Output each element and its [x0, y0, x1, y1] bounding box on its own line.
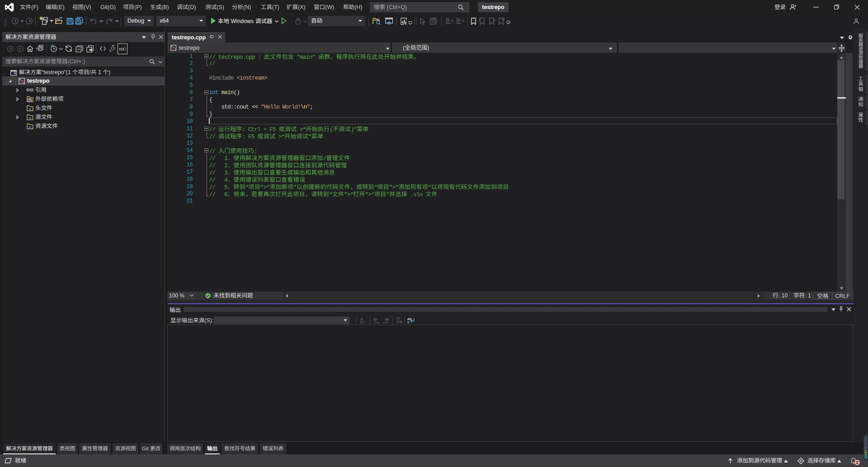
svg-text:c: c: [407, 320, 410, 324]
